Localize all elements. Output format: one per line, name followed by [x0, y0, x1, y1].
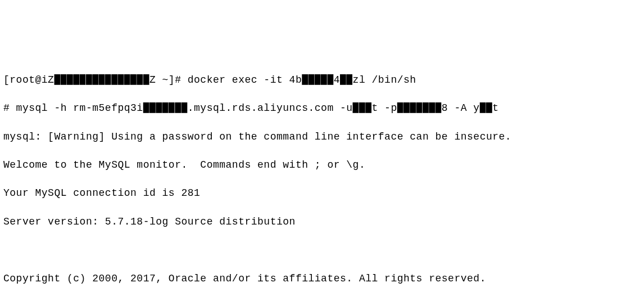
- terminal-line: [3, 300, 641, 305]
- terminal-output: [root@iZ███████████████Z ~]# docker exec…: [3, 59, 641, 305]
- terminal-line: mysql: [Warning] Using a password on the…: [3, 130, 641, 144]
- terminal-line: Copyright (c) 2000, 2017, Oracle and/or …: [3, 272, 641, 286]
- terminal-line: Welcome to the MySQL monitor. Commands e…: [3, 158, 641, 172]
- terminal-line: Your MySQL connection id is 281: [3, 186, 641, 200]
- terminal-line: [root@iZ███████████████Z ~]# docker exec…: [3, 73, 641, 87]
- terminal-line: # mysql -h rm-m5efpq3i███████.mysql.rds.…: [3, 101, 641, 115]
- terminal-line: Server version: 5.7.18-log Source distri…: [3, 215, 641, 229]
- terminal-line: [3, 243, 641, 257]
